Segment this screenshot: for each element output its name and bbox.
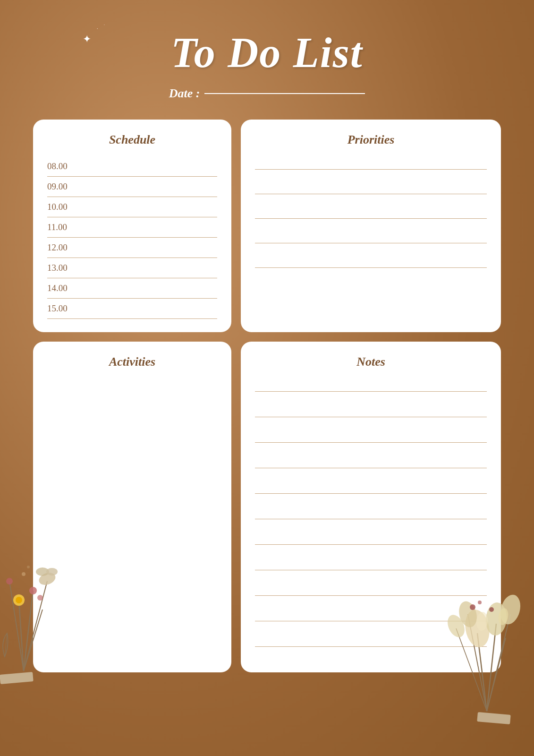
priority-line-2[interactable] [255,181,487,194]
svg-line-1 [19,600,24,671]
time-1400: 14.00 [47,283,80,293]
page: ✦ · · To Do List Date : Schedule 08.00 0… [0,0,534,756]
svg-line-5 [24,581,47,671]
note-line-5[interactable] [255,481,487,494]
time-1300: 13.00 [47,263,80,273]
flower-decoration-left [0,506,71,695]
time-1200: 12.00 [47,242,80,253]
date-area: Date : [0,86,534,101]
svg-rect-17 [477,712,510,724]
time-row: 10.00 [47,197,217,217]
priority-line-4[interactable] [255,230,487,243]
svg-point-8 [29,587,37,594]
time-row: 13.00 [47,258,217,278]
priorities-card: Priorities [241,120,501,332]
time-row: 14.00 [47,278,217,299]
priority-line-3[interactable] [255,206,487,219]
time-row: 12.00 [47,238,217,258]
svg-line-3 [9,581,24,671]
svg-point-15 [27,566,30,568]
svg-point-9 [37,595,43,601]
note-line-1[interactable] [255,378,487,392]
time-0900: 09.00 [47,181,80,192]
priority-line-1[interactable] [255,156,487,170]
svg-point-33 [478,601,482,604]
svg-line-2 [24,591,33,671]
time-row: 15.00 [47,299,217,319]
schedule-card: Schedule 08.00 09.00 10.00 11.00 12.00 1… [33,120,231,332]
svg-point-14 [22,572,25,576]
title-area: To Do List [0,0,534,86]
time-1100: 11.00 [47,222,80,232]
flower-decoration-right [430,529,525,728]
time-0800: 08.00 [47,161,80,172]
svg-rect-0 [0,672,34,684]
time-row: 09.00 [47,177,217,197]
notes-heading: Notes [255,355,487,369]
time-row: 08.00 [47,156,217,177]
time-1000: 10.00 [47,202,80,212]
note-line-2[interactable] [255,404,487,417]
note-line-3[interactable] [255,430,487,443]
svg-point-7 [16,597,22,603]
svg-point-32 [489,607,494,612]
note-line-4[interactable] [255,455,487,468]
svg-point-10 [6,578,13,584]
svg-point-31 [470,604,475,610]
time-row: 11.00 [47,217,217,238]
date-label: Date : [169,86,200,101]
date-input-line[interactable] [204,93,365,94]
schedule-heading: Schedule [47,133,217,147]
svg-point-13 [46,568,58,576]
priority-line-5[interactable] [255,255,487,268]
note-line-6[interactable] [255,506,487,519]
priorities-heading: Priorities [255,133,487,147]
activities-heading: Activities [47,355,217,369]
page-title: To Do List [0,28,534,77]
time-1500: 15.00 [47,303,80,314]
